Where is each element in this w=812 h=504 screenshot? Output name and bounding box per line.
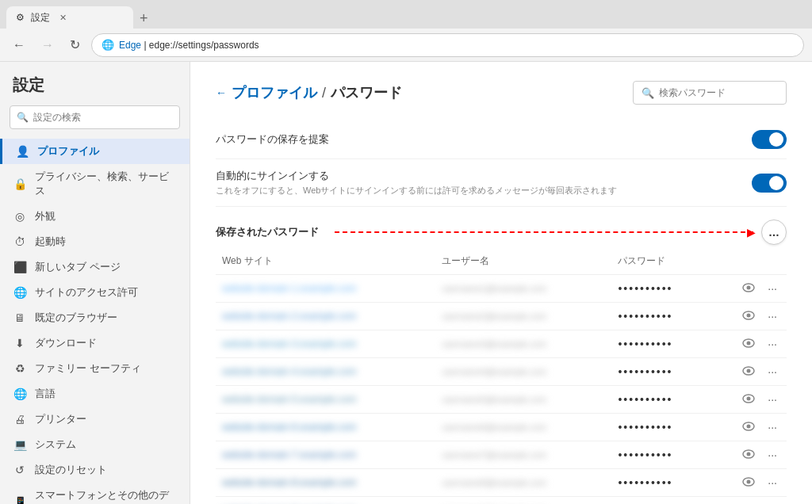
cell-actions: ··· [709, 330, 787, 358]
cell-website: website-domain-1.example.com [216, 275, 435, 303]
breadcrumb-back-button[interactable]: ← [216, 86, 227, 99]
address-bar[interactable]: 🌐 Edge | edge://settings/passwords [91, 33, 804, 57]
siteaccess-icon: 🌐 [13, 286, 27, 299]
edge-logo-icon: 🌐 [102, 39, 114, 51]
breadcrumb-current: パスワード [331, 83, 402, 102]
cell-username: username9@example.com [435, 497, 611, 505]
row-more-button[interactable]: ··· [764, 419, 780, 435]
breadcrumb-parent-link[interactable]: プロファイル [232, 83, 317, 102]
sidebar-item-mobile[interactable]: 📱 スマートフォンとその他のデバイス [0, 483, 190, 504]
cell-website: website-domain-9.example.com [216, 497, 435, 505]
back-button[interactable]: ← [8, 35, 30, 55]
svg-point-1 [747, 286, 751, 290]
sidebar-item-label: プロファイル [37, 144, 99, 158]
show-password-button[interactable] [739, 308, 758, 324]
page-header: ← プロファイル / パスワード 🔍 [216, 81, 787, 105]
autosignin-toggle[interactable] [752, 174, 787, 193]
cell-password: •••••••••• [611, 497, 709, 505]
cell-password: •••••••••• [611, 414, 709, 441]
col-header-actions [709, 251, 787, 275]
svg-point-15 [747, 480, 751, 484]
sidebar-search-box[interactable]: 🔍 [10, 105, 180, 129]
cell-password: •••••••••• [611, 330, 709, 358]
svg-point-7 [747, 369, 751, 373]
cell-website: website-domain-8.example.com [216, 469, 435, 497]
language-icon: 🌐 [13, 388, 27, 400]
show-password-button[interactable] [739, 391, 758, 407]
sidebar-item-label: 外観 [35, 209, 56, 223]
sidebar-item-defaultbrowser[interactable]: 🖥 既定のブラウザー [0, 305, 190, 330]
newtab-icon: ⬛ [13, 261, 27, 273]
reset-icon: ↺ [13, 464, 27, 476]
sidebar-item-startup[interactable]: ⏱ 起動時 [0, 229, 190, 254]
row-more-button[interactable]: ··· [764, 281, 780, 296]
table-row: website-domain-1.example.com username1@e… [216, 275, 787, 303]
sidebar-item-label: スマートフォンとその他のデバイス [35, 488, 177, 504]
cell-password: •••••••••• [611, 469, 709, 497]
cell-actions: ··· [709, 441, 787, 469]
sidebar-item-profile[interactable]: 👤 プロファイル [0, 139, 190, 164]
sidebar-item-siteaccess[interactable]: 🌐 サイトのアクセス許可 [0, 280, 190, 305]
browser-tab[interactable]: ⚙ 設定 ✕ [6, 6, 133, 29]
row-more-button[interactable]: ··· [764, 391, 780, 407]
address-text: Edge | edge://settings/passwords [119, 40, 794, 51]
save-password-toggle[interactable] [752, 130, 787, 149]
saved-passwords-more-button[interactable]: … [761, 220, 787, 245]
sidebar-title: 設定 [0, 74, 190, 105]
sidebar-item-familysafety[interactable]: ♻ ファミリー セーフティ [0, 356, 190, 381]
breadcrumb-separator: / [322, 85, 326, 101]
row-more-button[interactable]: ··· [764, 447, 780, 463]
system-icon: 💻 [13, 438, 27, 451]
sidebar-item-newtab[interactable]: ⬛ 新しいタブ ページ [0, 254, 190, 280]
downloads-icon: ⬇ [13, 337, 27, 349]
search-icon: 🔍 [17, 112, 29, 123]
svg-point-9 [747, 397, 751, 401]
sidebar-item-appearance[interactable]: ◎ 外観 [0, 204, 190, 229]
row-more-button[interactable]: ··· [764, 364, 780, 380]
refresh-button[interactable]: ↻ [65, 34, 85, 55]
sidebar-item-reset[interactable]: ↺ 設定のリセット [0, 457, 190, 483]
cell-website: website-domain-4.example.com [216, 358, 435, 386]
save-password-label: パスワードの保存を提案 [216, 132, 329, 147]
show-password-button[interactable] [739, 419, 758, 435]
cell-website: website-domain-6.example.com [216, 414, 435, 441]
row-more-button[interactable]: ··· [764, 475, 780, 491]
sidebar-item-privacy[interactable]: 🔒 プライバシー、検索、サービス [0, 164, 190, 204]
startup-icon: ⏱ [13, 235, 27, 248]
cell-website: website-domain-5.example.com [216, 386, 435, 414]
cell-password: •••••••••• [611, 358, 709, 386]
show-password-button[interactable] [739, 364, 758, 380]
new-tab-button[interactable]: + [133, 10, 155, 27]
sidebar-search-input[interactable] [33, 112, 173, 123]
show-password-button[interactable] [739, 475, 758, 491]
show-password-button[interactable] [739, 447, 758, 463]
autosignin-label: 自動的にサインインする [216, 169, 617, 183]
cell-actions: ··· [709, 414, 787, 441]
tab-close-button[interactable]: ✕ [59, 13, 67, 23]
mobile-icon: 📱 [13, 496, 27, 504]
forward-button[interactable]: → [36, 35, 59, 55]
svg-point-11 [747, 425, 751, 429]
svg-point-5 [747, 342, 751, 346]
row-more-button[interactable]: ··· [764, 336, 780, 352]
cell-actions: ··· [709, 303, 787, 330]
row-more-button[interactable]: ··· [764, 308, 780, 324]
sidebar-item-label: 設定のリセット [35, 463, 107, 477]
appearance-icon: ◎ [13, 210, 27, 223]
cell-username: username1@example.com [435, 275, 611, 303]
password-search-box[interactable]: 🔍 [633, 81, 787, 105]
sidebar-item-downloads[interactable]: ⬇ ダウンロード [0, 330, 190, 356]
show-password-button[interactable] [739, 281, 758, 296]
sidebar-item-label: 新しいタブ ページ [35, 260, 121, 274]
table-row: website-domain-5.example.com username5@e… [216, 386, 787, 414]
svg-point-3 [747, 314, 751, 318]
sidebar-item-system[interactable]: 💻 システム [0, 432, 190, 457]
col-header-password: パスワード [611, 251, 709, 275]
sidebar-item-label: サイトのアクセス許可 [35, 285, 138, 300]
dotted-separator [335, 231, 753, 233]
sidebar-item-printer[interactable]: 🖨 プリンター [0, 407, 190, 432]
password-search-input[interactable] [659, 87, 778, 98]
navigation-bar: ← → ↻ 🌐 Edge | edge://settings/passwords [0, 29, 812, 62]
sidebar-item-language[interactable]: 🌐 言語 [0, 381, 190, 407]
show-password-button[interactable] [739, 336, 758, 352]
